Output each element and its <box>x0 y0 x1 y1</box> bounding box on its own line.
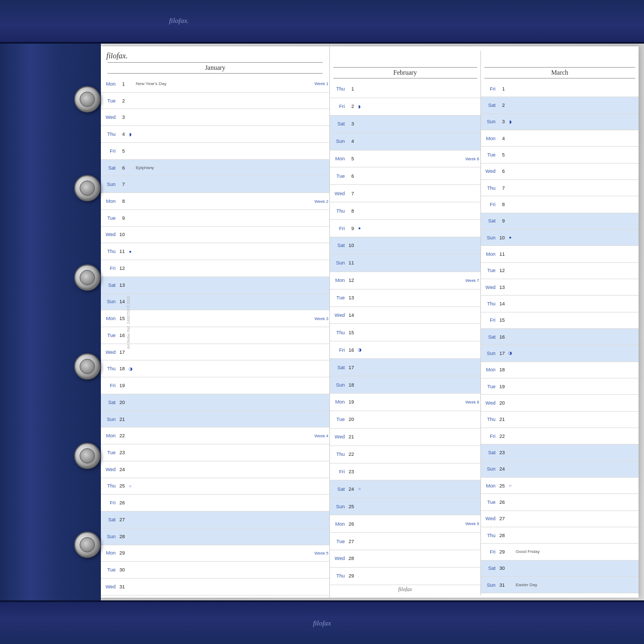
day-number: 14 <box>346 307 356 324</box>
day-label: Wed <box>481 164 497 179</box>
week-label: Week 6 <box>465 157 480 161</box>
day-number: 4 <box>346 133 356 150</box>
january-page: filofax. January Mon1New Year's DayWeek … <box>101 46 330 598</box>
day-number: 1 <box>346 81 356 98</box>
day-label: Sat <box>481 444 497 460</box>
moon-icon <box>356 515 363 532</box>
calendar-row: Thu18◑ <box>101 360 329 377</box>
week-label: Week 4 <box>315 434 329 438</box>
day-label: Mon <box>330 151 346 167</box>
day-content <box>363 376 480 393</box>
day-content <box>514 362 639 378</box>
ring-mechanisms <box>71 0 104 644</box>
day-content <box>363 324 480 341</box>
day-label: Fri <box>330 341 346 358</box>
moon-icon: ◗ <box>127 126 134 142</box>
day-label: Sun <box>330 376 346 393</box>
day-number: 10 <box>117 227 127 243</box>
calendar-row: Mon5Week 6 <box>330 151 480 168</box>
day-number: 17 <box>117 344 127 360</box>
day-label: Sat <box>330 480 346 497</box>
day-content <box>363 202 480 219</box>
day-content: New Year's Day <box>134 76 315 92</box>
day-number: 13 <box>117 277 127 293</box>
binder-bottom-logo: filofax <box>313 619 331 628</box>
calendar-row: Fri26 <box>101 495 329 511</box>
moon-icon <box>507 511 514 527</box>
day-number: 23 <box>497 444 507 460</box>
day-number: 14 <box>117 294 127 310</box>
calendar-row: Fri29Good Friday <box>481 544 639 560</box>
feb-header-area: February <box>330 67 480 81</box>
calendar-row: Mon4 <box>481 130 639 147</box>
day-number: 5 <box>497 147 507 162</box>
march-page: March Fri1Sat2Sun3◗Mon4Tue5Wed6Thu7Fri8S… <box>481 51 639 595</box>
week-label: Week 8 <box>465 400 480 405</box>
day-label: Tue <box>481 494 497 510</box>
day-content <box>363 411 480 428</box>
day-content <box>134 528 329 545</box>
moon-icon <box>127 210 134 226</box>
day-number: 28 <box>117 528 127 545</box>
day-number: 27 <box>497 511 507 527</box>
moon-icon <box>356 411 363 428</box>
day-number: 27 <box>117 511 127 528</box>
day-content <box>363 220 480 237</box>
calendar-row: Tue5 <box>481 147 639 163</box>
moon-icon: ◑ <box>507 345 514 361</box>
day-number: 26 <box>117 495 127 511</box>
day-number: 1 <box>117 76 127 92</box>
day-content <box>134 579 329 595</box>
calendar-row: Wed24 <box>101 461 329 478</box>
calendar-row: Wed31 <box>101 579 329 595</box>
calendar-row: Sun17◑ <box>481 345 639 362</box>
day-content <box>134 193 315 209</box>
moon-icon <box>127 109 134 125</box>
day-content <box>514 130 639 146</box>
moon-icon: ○ <box>356 480 363 497</box>
day-label: Sat <box>330 237 346 254</box>
day-label: Mon <box>330 515 346 532</box>
day-number: 17 <box>497 345 507 361</box>
week-label: Week 5 <box>315 551 329 556</box>
day-content <box>514 527 639 543</box>
day-number: 30 <box>117 562 127 578</box>
day-label: Thu <box>330 446 346 463</box>
moon-icon: ◗ <box>356 98 363 115</box>
day-content <box>363 151 465 167</box>
day-number: 19 <box>117 377 127 394</box>
day-content <box>134 360 329 377</box>
day-number: 20 <box>346 411 356 428</box>
moon-icon <box>356 464 363 480</box>
moon-icon <box>356 533 363 550</box>
ring-3 <box>74 264 100 291</box>
february-calendar: Thu1Fri2◗Sat3Sun4Mon5Week 6Tue6Wed7Thu8F… <box>330 81 480 585</box>
day-content <box>363 307 480 324</box>
calendar-row: Mon26Week 9 <box>330 515 480 533</box>
calendar-row: Sun31Easter Day <box>481 577 639 593</box>
day-label: Sun <box>481 461 497 477</box>
day-label: Sat <box>481 97 497 113</box>
binder: filofax filofax. <box>0 0 644 644</box>
day-number: 2 <box>497 97 507 113</box>
moon-icon <box>127 160 134 176</box>
day-number: 16 <box>497 329 507 345</box>
day-number: 22 <box>346 446 356 463</box>
calendar-row: Sat20 <box>101 394 329 411</box>
day-content <box>363 550 480 567</box>
day-content <box>514 412 639 428</box>
calendar-row: Sat30 <box>481 561 639 577</box>
day-number: 22 <box>497 428 507 444</box>
moon-icon <box>507 196 514 212</box>
moon-icon <box>127 394 134 411</box>
day-content <box>363 237 480 254</box>
calendar-row: Fri9● <box>330 220 480 237</box>
moon-icon <box>127 143 134 159</box>
moon-icon <box>507 577 514 593</box>
day-content <box>363 98 480 115</box>
january-calendar: Mon1New Year's DayWeek 1Tue2Wed3Thu4◗Fri… <box>101 76 329 595</box>
day-content <box>514 329 639 345</box>
day-content <box>363 359 480 376</box>
calendar-row: Fri8 <box>481 196 639 213</box>
calendar-row: Tue30 <box>101 562 329 579</box>
